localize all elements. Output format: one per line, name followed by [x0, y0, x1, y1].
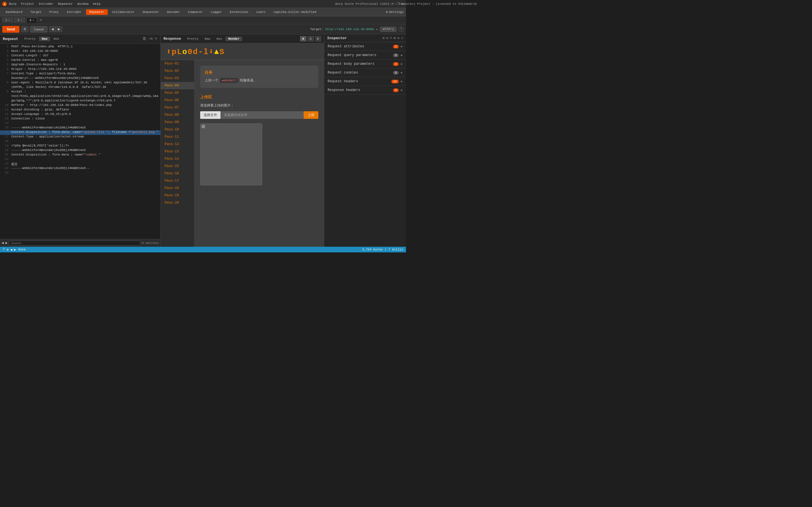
search-input[interactable]: [9, 240, 140, 245]
nav-back-button[interactable]: ◀: [49, 26, 56, 32]
nav-proxy[interactable]: Proxy: [46, 9, 62, 15]
request-tab-hex[interactable]: Hex: [51, 37, 62, 41]
sidebar-item-pass06[interactable]: Pass-06: [161, 97, 194, 104]
sidebar-item-pass04[interactable]: Pass-04: [161, 82, 194, 89]
sidebar-item-pass19[interactable]: Pass-19: [161, 192, 194, 199]
nav-intruder[interactable]: Intruder: [63, 9, 85, 15]
view-split-btn[interactable]: ⊞: [300, 36, 306, 41]
inspector-section-request-attrs: Request attributes 2 ▶: [324, 42, 406, 51]
view-vertical-btn[interactable]: ⊟: [308, 36, 314, 41]
inspector-section-query-params-header[interactable]: Request query parameters 0 ▶: [324, 51, 406, 59]
sidebar-item-pass17[interactable]: Pass-17: [161, 177, 194, 184]
nav-extensions[interactable]: Extensions: [226, 9, 252, 15]
sidebar-item-pass13[interactable]: Pass-13: [161, 148, 194, 155]
add-tab-button[interactable]: +: [38, 18, 43, 23]
settings-button[interactable]: ⚙ Settings: [386, 10, 404, 14]
nav-repeater[interactable]: Repeater: [86, 9, 108, 15]
response-tab-render[interactable]: Render: [225, 37, 243, 41]
upload-button[interactable]: 上传: [304, 111, 318, 119]
tab-3-close[interactable]: ✕: [33, 18, 34, 22]
settings-gear-button[interactable]: ⚙: [21, 26, 29, 32]
repeater-tab-3[interactable]: 3 ✕: [26, 17, 37, 23]
inspector-view-icon-1[interactable]: ⊞: [383, 36, 385, 40]
task-code: webshell: [220, 78, 238, 83]
sidebar-item-pass09[interactable]: Pass-09: [161, 119, 194, 126]
tab-2-close[interactable]: ✕: [20, 18, 22, 22]
status-nav-fwd[interactable]: ▶: [14, 247, 16, 252]
nav-learn[interactable]: Learn: [253, 9, 269, 15]
tab-1-label: 1: [5, 18, 7, 22]
sidebar-item-pass10[interactable]: Pass-10: [161, 126, 194, 133]
sidebar-item-pass20[interactable]: Pass-20: [161, 199, 194, 207]
sidebar-item-pass11[interactable]: Pass-11: [161, 133, 194, 140]
nav-target[interactable]: Target: [27, 9, 45, 15]
inspector-sort-icon[interactable]: ≡: [390, 36, 392, 40]
status-nav-back[interactable]: ◀: [10, 247, 12, 252]
repeater-tab-1[interactable]: 1 ✕: [2, 17, 13, 23]
tab-1-close[interactable]: ✕: [8, 18, 10, 22]
inspector-section-request-attrs-header[interactable]: Request attributes 2 ▶: [324, 42, 406, 51]
view-horizontal-btn[interactable]: ⊠: [315, 36, 321, 41]
request-tab-raw[interactable]: Raw: [39, 37, 50, 41]
sidebar-item-pass03[interactable]: Pass-03: [161, 75, 194, 82]
inspector-collapse-icon[interactable]: ⊠: [394, 36, 396, 40]
request-tool-3[interactable]: ≡: [154, 36, 158, 42]
nav-comparer[interactable]: Comparer: [185, 9, 206, 15]
menu-help[interactable]: Help: [93, 2, 100, 6]
sidebar-item-pass18[interactable]: Pass-18: [161, 184, 194, 192]
code-line-8b: (KHTML, like Gecko) Chrome/119.0.0.0 Saf…: [0, 86, 160, 90]
sidebar-item-pass16[interactable]: Pass-16: [161, 170, 194, 177]
sidebar-item-pass05[interactable]: Pass-05: [161, 89, 194, 97]
status-icon-settings[interactable]: ⚙: [6, 247, 8, 252]
repeater-tab-2[interactable]: 2 ✕: [14, 17, 26, 23]
request-tool-2[interactable]: ↑n: [148, 36, 153, 42]
send-button[interactable]: Send: [2, 26, 19, 33]
request-tool-1[interactable]: ☰: [142, 36, 147, 42]
nav-collaborator[interactable]: Collaborator: [109, 9, 138, 15]
nav-decoder[interactable]: Decoder: [163, 9, 183, 15]
sidebar-item-pass02[interactable]: Pass-02: [161, 67, 194, 75]
sidebar-item-pass01[interactable]: Pass-01: [161, 60, 194, 67]
code-line-16: 16Content-Disposition : form-data; name=…: [0, 130, 160, 135]
sidebar-item-pass07[interactable]: Pass-07: [161, 104, 194, 111]
inspector-section-cookies-header[interactable]: Request cookies 0 ▶: [324, 68, 406, 77]
search-fwd-icon[interactable]: ▶: [5, 241, 7, 245]
code-line-7a: 7Content-Type : multipart/form-data;: [0, 72, 160, 76]
response-tab-hex[interactable]: Hex: [214, 37, 225, 41]
inspector-view-icon-2[interactable]: ⊟: [386, 36, 388, 40]
request-tab-pretty[interactable]: Pretty: [22, 37, 39, 41]
sidebar-item-pass14[interactable]: Pass-14: [161, 155, 194, 163]
help-icon[interactable]: ?: [399, 27, 404, 32]
page-logo-area: ⬆pLo0d-l⬇▲S: [161, 43, 324, 60]
menu-burp[interactable]: Burp: [9, 2, 16, 6]
search-back-icon[interactable]: ◀: [2, 241, 4, 245]
nav-forward-button[interactable]: ▶: [56, 26, 62, 32]
response-tab-pretty[interactable]: Pretty: [185, 37, 201, 41]
search-matches: 0 matches: [142, 241, 159, 245]
menu-repeater[interactable]: Repeater: [58, 2, 73, 6]
request-content[interactable]: 1POST /Pass-04/index.php HTTP/1.1 2Host:…: [0, 44, 160, 239]
sidebar-item-pass15[interactable]: Pass-15: [161, 163, 194, 170]
nav-sequencer[interactable]: Sequencer: [139, 9, 162, 15]
menu-project[interactable]: Project: [21, 2, 34, 6]
target-edit-icon[interactable]: ✏: [376, 27, 378, 31]
inspector-settings-icon[interactable]: ⚙: [398, 36, 400, 40]
sidebar-item-pass08[interactable]: Pass-08: [161, 111, 194, 119]
file-choose-button[interactable]: 选择文件: [200, 111, 220, 119]
inspector-section-body-params-header[interactable]: Request body parameters 2 ▶: [324, 60, 406, 68]
menu-intruder[interactable]: Intruder: [39, 2, 54, 6]
response-tab-raw[interactable]: Raw: [202, 37, 213, 41]
request-panel-title: Request: [3, 37, 18, 41]
inspector-section-req-headers-header[interactable]: Request headers 12 ▶: [324, 77, 406, 86]
sidebar-item-pass12[interactable]: Pass-12: [161, 140, 194, 148]
protocol-badge[interactable]: HTTP/1: [380, 27, 396, 32]
inspector-section-resp-headers-header[interactable]: Response headers 6 ▶: [324, 86, 406, 94]
nav-captcha[interactable]: captcha-killer-modified: [270, 9, 320, 15]
inspector-close-icon[interactable]: ✕: [401, 36, 403, 40]
cancel-button[interactable]: Cancel: [30, 26, 47, 33]
menu-window[interactable]: Window: [77, 2, 89, 6]
nav-dashboard[interactable]: Dashboard: [2, 9, 26, 15]
code-line-24: 24------WebKitFormBoundarykoZ08jJ4KWBOtA…: [0, 166, 160, 171]
nav-logger[interactable]: Logger: [207, 9, 225, 15]
status-icon-help[interactable]: ?: [3, 247, 5, 252]
